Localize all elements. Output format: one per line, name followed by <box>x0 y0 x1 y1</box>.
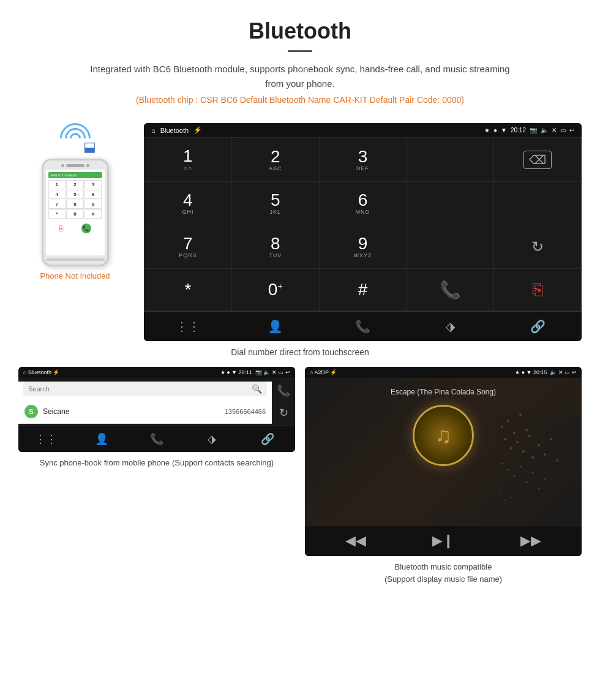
dial-caption: Dial number direct from touchscreen <box>0 341 600 367</box>
dial-key-6[interactable]: 6 MNO <box>320 182 407 225</box>
music-caption: Bluetooth music compatible(Support displ… <box>305 561 582 585</box>
dial-key-star[interactable]: * <box>144 269 231 310</box>
svg-point-20 <box>532 472 534 474</box>
phone-key-6: 6 <box>84 190 102 199</box>
location-icon: ● <box>493 127 497 134</box>
pb-status-right: ★ ● ▼ 20:11 📷 🔈 ✕ ▭ ↩ <box>220 369 290 375</box>
dial-tab-bluetooth[interactable]: ⬗ <box>407 312 494 341</box>
pb-tab-bluetooth[interactable]: ⬗ <box>184 426 239 452</box>
pb-tab-keypad[interactable]: ⋮⋮ <box>18 426 73 452</box>
dial-status-bar: ⌂ Bluetooth ⚡ ★ ● ▼ 20:12 📷 🔈 ✕ ▭ ↩ <box>144 123 582 137</box>
pb-status-bar: ⌂ Bluetooth ⚡ ★ ● ▼ 20:11 📷 🔈 ✕ ▭ ↩ <box>18 367 295 378</box>
play-pause-button[interactable]: ▶❙ <box>432 533 454 549</box>
svg-point-2 <box>513 432 516 434</box>
pb-contact-row[interactable]: S Seicane 13566664466 <box>18 400 272 424</box>
pb-bottom-bar: ⋮⋮ 👤 📞 ⬗ 🔗 <box>18 426 295 452</box>
dial-redial[interactable]: ↻ <box>494 225 581 268</box>
svg-point-13 <box>550 438 552 440</box>
dial-tab-contacts[interactable]: 👤 <box>231 312 319 341</box>
phone-mockup: Add to Contacts 1 2 3 4 5 6 7 8 9 * 0 # … <box>42 159 109 266</box>
dial-empty-4 <box>407 225 493 268</box>
home-icon[interactable]: ⌂ <box>151 127 156 134</box>
end-call-icon: ⎘ <box>59 224 63 233</box>
dial-tab-calls[interactable]: 📞 <box>319 312 407 341</box>
signal-icon: ▼ <box>501 127 507 134</box>
music-status-left: ⌂ A2DP ⚡ <box>310 369 337 375</box>
pb-refresh-icon[interactable]: ↻ <box>279 406 288 420</box>
pb-sidebar: 📞 ↻ <box>272 378 295 426</box>
bluetooth-label: Bluetooth <box>160 127 189 134</box>
bluetooth-icon: ⬓ <box>83 139 96 155</box>
phonebook-caption-line1: Sync phone-book from mobile phone (Suppo… <box>40 458 274 467</box>
dial-key-4[interactable]: 4 GHI <box>144 182 231 225</box>
dial-key-3[interactable]: 3 DEF <box>320 138 407 181</box>
phone-screen: Add to Contacts 1 2 3 4 5 6 7 8 9 * 0 # … <box>46 170 105 255</box>
page-header: Bluetooth Integrated with BC6 Bluetooth … <box>0 0 600 123</box>
contact-name: Seicane <box>43 407 220 416</box>
time-display: 20:12 <box>511 127 526 134</box>
music-content: Escape (The Pina Colada Song) ♫ <box>305 378 582 525</box>
phone-key-1: 1 <box>48 180 66 189</box>
phone-keypad: 1 2 3 4 5 6 7 8 9 * 0 # <box>48 180 102 219</box>
search-icon: 🔍 <box>252 384 262 394</box>
svg-point-8 <box>522 450 525 453</box>
prev-button[interactable]: ◀◀ <box>345 533 366 549</box>
phone-dot <box>61 164 64 167</box>
svg-point-7 <box>516 441 519 443</box>
camera-icon[interactable]: 📷 <box>530 127 537 134</box>
svg-point-17 <box>514 475 516 477</box>
svg-point-0 <box>501 426 503 428</box>
dial-key-1[interactable]: 1 ○○ <box>144 138 231 181</box>
dial-backspace[interactable]: ⌫ <box>494 138 581 181</box>
phonebook-caption: Sync phone-book from mobile phone (Suppo… <box>18 457 295 469</box>
dial-call-green[interactable]: 📞 <box>407 269 493 310</box>
pb-tab-calls[interactable]: 📞 <box>129 426 184 452</box>
pb-tab-contacts[interactable]: 👤 <box>73 426 129 452</box>
dial-key-9[interactable]: 9 WXYZ <box>320 225 407 268</box>
next-button[interactable]: ▶▶ <box>520 533 541 549</box>
dial-tab-link[interactable]: 🔗 <box>494 312 582 341</box>
pb-search-bar: 🔍 <box>23 382 267 396</box>
dial-key-5[interactable]: 5 JKL <box>232 182 319 225</box>
dial-end-red[interactable]: ⎘ <box>494 269 581 310</box>
dial-key-2[interactable]: 2 ABC <box>232 138 319 181</box>
dial-key-0[interactable]: 0+ <box>232 269 319 310</box>
music-card: ⌂ A2DP ⚡ ★ ● ▼ 20:15 🔈 ✕ ▭ ↩ <box>305 367 582 585</box>
pb-screen-wrap: 🔍 S Seicane 13566664466 📞 ↻ <box>18 378 295 426</box>
svg-point-15 <box>501 463 503 465</box>
svg-point-23 <box>498 494 500 495</box>
pb-main: 🔍 S Seicane 13566664466 <box>18 378 272 426</box>
svg-point-24 <box>504 500 506 501</box>
svg-point-25 <box>511 497 512 498</box>
close-icon[interactable]: ✕ <box>552 127 557 134</box>
dial-key-7[interactable]: 7 PQRS <box>144 225 231 268</box>
svg-point-21 <box>538 487 540 489</box>
pb-call-icon[interactable]: 📞 <box>277 384 290 397</box>
window-icon[interactable]: ▭ <box>560 127 566 134</box>
back-icon[interactable]: ↩ <box>569 127 574 134</box>
pb-tab-link[interactable]: 🔗 <box>240 426 295 452</box>
svg-point-14 <box>556 459 558 462</box>
music-screen: ⌂ A2DP ⚡ ★ ● ▼ 20:15 🔈 ✕ ▭ ↩ <box>305 367 582 556</box>
phone-dot-2 <box>86 164 89 167</box>
music-status-right: ★ ● ▼ 20:15 🔈 ✕ ▭ ↩ <box>515 369 577 375</box>
phone-key-hash: # <box>84 209 102 219</box>
call-button[interactable]: 📞 <box>81 224 91 233</box>
pb-status-left: ⌂ Bluetooth ⚡ <box>23 369 59 375</box>
svg-point-16 <box>508 469 509 471</box>
bluetooth-specs: (Bluetooth chip : CSR BC6 Default Blueto… <box>12 95 588 105</box>
status-left: ⌂ Bluetooth ⚡ <box>151 126 202 134</box>
phone-key-2: 2 <box>66 180 84 189</box>
dial-key-hash[interactable]: # <box>320 269 407 310</box>
header-divider <box>288 50 312 52</box>
music-status-bar: ⌂ A2DP ⚡ ★ ● ▼ 20:15 🔈 ✕ ▭ ↩ <box>305 367 582 378</box>
music-dots-bg <box>496 402 569 525</box>
pb-search-input[interactable] <box>28 385 248 393</box>
svg-point-26 <box>517 506 518 507</box>
pb-content: 🔍 S Seicane 13566664466 <box>18 382 272 424</box>
volume-icon[interactable]: 🔈 <box>541 127 548 134</box>
phone-mockup-area: ⬓ Add to Contacts 1 2 3 4 5 6 7 8 9 <box>18 123 132 280</box>
dial-tab-keypad[interactable]: ⋮⋮ <box>144 312 231 341</box>
dial-key-8[interactable]: 8 TUV <box>232 225 319 268</box>
svg-point-22 <box>544 478 546 480</box>
